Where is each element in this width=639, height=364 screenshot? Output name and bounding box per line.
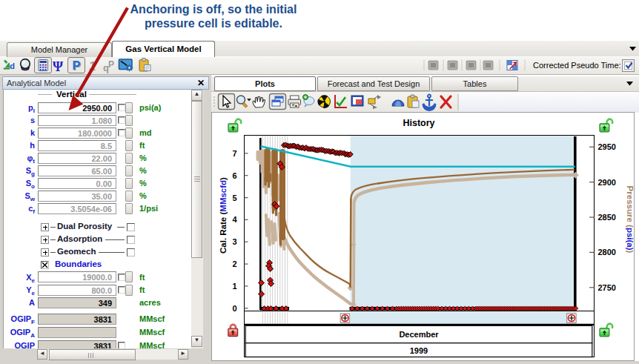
svg-text:1: 1 bbox=[88, 59, 97, 73]
svg-text:d: d bbox=[10, 62, 15, 70]
svg-text:Ψ: Ψ bbox=[53, 59, 63, 74]
svg-text:P: P bbox=[73, 59, 81, 72]
svg-text:P: P bbox=[108, 59, 114, 70]
